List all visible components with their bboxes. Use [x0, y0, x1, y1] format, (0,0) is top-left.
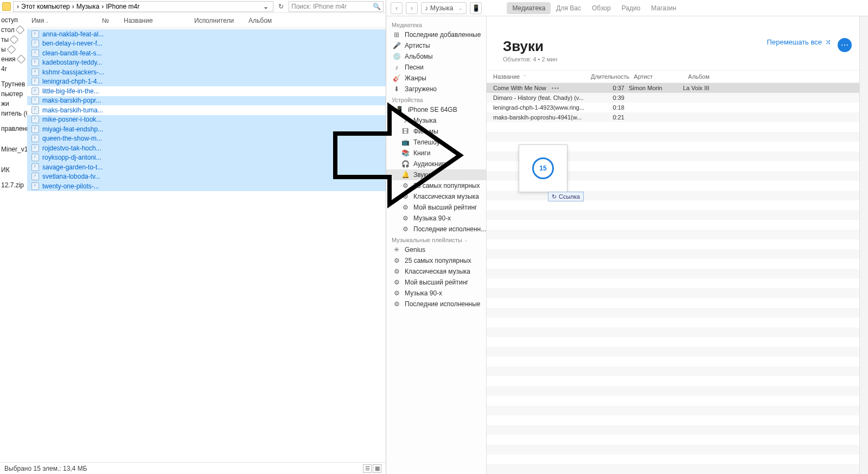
sidebar-item[interactable]: ⚙Музыка 90-х [386, 288, 486, 299]
file-row[interactable]: kshmr-bassjackers-... [27, 67, 386, 77]
track-row[interactable]: maks-barskih-poproshu-4941(w...0:21 [487, 112, 868, 122]
track-list[interactable]: Come With Me Now•••0:37Simon MorinLa Voi… [487, 83, 868, 474]
more-button[interactable]: ⋯ [838, 38, 852, 52]
file-name[interactable]: svetlana-loboda-tv... [42, 173, 100, 180]
sidebar-item[interactable]: ✳Genius [386, 244, 486, 255]
file-row[interactable]: twenty-one-pilots-... [27, 181, 386, 191]
file-row[interactable]: miyagi-feat-endshp... [27, 124, 386, 134]
media-type-selector[interactable]: ♪ Музыка ⌄ [421, 2, 467, 14]
chevron-down-icon[interactable]: ⌄ [261, 3, 271, 10]
tcol-duration[interactable]: Длительность [591, 73, 634, 80]
sidebar-item[interactable]: ♪Песни [386, 62, 486, 73]
tcol-album[interactable]: Альбом [688, 73, 861, 80]
sidebar-item[interactable]: 📚Книги [386, 148, 486, 159]
sidebar-item[interactable]: ⚙Классическая музыка [386, 191, 486, 202]
file-row[interactable]: maks-barskih-tuma... [27, 105, 386, 115]
nav-item[interactable]: Miner_v1. [0, 144, 27, 154]
track-row[interactable]: Dimaro - History (feat. Chady) (v...0:39 [487, 93, 868, 103]
col-artist[interactable]: Исполнители [190, 17, 244, 24]
file-name[interactable]: queen-the-show-m... [42, 135, 102, 142]
col-title[interactable]: Название [119, 17, 190, 24]
sidebar-item[interactable]: 🎞Фильмы [386, 126, 486, 137]
sidebar-item[interactable]: ⚙Мой высший рейтинг [386, 202, 486, 213]
back-button[interactable]: ‹ [391, 2, 403, 14]
file-name[interactable]: kadebostany-teddy... [42, 59, 103, 66]
search-input[interactable]: Поиск: IPhone m4r 🔍 [289, 1, 384, 12]
sidebar-item[interactable]: 🎤Артисты [386, 40, 486, 51]
file-row[interactable]: clean-bandit-feat-s... [27, 48, 386, 58]
file-row[interactable]: queen-the-show-m... [27, 134, 386, 144]
col-name[interactable]: Имя⌄ [27, 17, 98, 24]
file-name[interactable]: royksopp-dj-antoni... [42, 154, 101, 161]
tab-медиатека[interactable]: Медиатека [507, 2, 551, 14]
file-name[interactable]: leningrad-chph-1-4... [42, 78, 103, 85]
sidebar-item[interactable]: ⬇Загружено [386, 84, 486, 94]
file-row[interactable]: mike-posner-i-took... [27, 115, 386, 125]
tab-для вас[interactable]: Для Вас [551, 2, 586, 14]
file-name[interactable]: anna-naklab-feat-al... [42, 30, 104, 38]
view-details-button[interactable]: ☰ [363, 464, 372, 473]
sidebar-item[interactable]: ⚙Последние исполненн... [386, 224, 486, 235]
breadcrumb-part[interactable]: IPhone m4r [106, 3, 139, 10]
triangle-icon[interactable]: ▼ [388, 108, 393, 112]
track-more-icon[interactable]: ••• [550, 85, 562, 91]
nav-item[interactable]: ы [0, 45, 27, 54]
file-name[interactable]: savage-garden-to-t... [42, 163, 103, 171]
file-name[interactable]: rojdestvo-tak-hoch... [42, 144, 101, 152]
sidebar-item[interactable]: ⚙Музыка 90-х [386, 213, 486, 224]
refresh-button[interactable]: ↻ [276, 1, 286, 12]
file-row[interactable]: little-big-life-in-the... [27, 86, 386, 96]
sidebar-item[interactable]: 📺Телешоу [386, 137, 486, 148]
forward-button[interactable]: › [406, 2, 418, 14]
file-row[interactable]: royksopp-dj-antoni... [27, 153, 386, 163]
track-row[interactable]: leningrad-chph-1-4923(www.ring...0:18 [487, 103, 868, 112]
sidebar-item[interactable]: 🎸Жанры [386, 73, 486, 84]
file-name[interactable]: twenty-one-pilots-... [42, 182, 99, 190]
file-row[interactable]: ben-delay-i-never-f... [27, 39, 386, 49]
file-name[interactable]: little-big-life-in-the... [42, 87, 99, 95]
nav-item[interactable]: оступ [0, 15, 27, 25]
track-columns[interactable]: Название⌃ Длительность Артист Альбом [487, 70, 868, 83]
sidebar-item[interactable]: 💿Альбомы [386, 51, 486, 62]
tab-магазин[interactable]: Магазин [646, 2, 681, 14]
nav-item[interactable]: пьютер [0, 89, 27, 99]
col-album[interactable]: Альбом [244, 17, 386, 24]
track-row[interactable]: Come With Me Now•••0:37Simon MorinLa Voi… [487, 83, 868, 93]
view-icons-button[interactable]: ▦ [373, 464, 381, 473]
file-name[interactable]: miyagi-feat-endshp... [42, 125, 103, 133]
file-row[interactable]: rojdestvo-tak-hoch... [27, 143, 386, 153]
breadcrumb-part[interactable]: Этот компьютер [21, 3, 70, 10]
nav-item[interactable]: жи [0, 99, 27, 109]
file-name[interactable]: mike-posner-i-took... [42, 116, 101, 123]
file-row[interactable]: leningrad-chph-1-4... [27, 77, 386, 87]
sidebar-item[interactable]: ⚙25 самых популярных [386, 180, 486, 191]
file-name[interactable]: clean-bandit-feat-s... [42, 49, 101, 57]
nav-item[interactable]: ИК [0, 165, 27, 175]
sidebar-item[interactable]: 🔔Звуки [386, 169, 486, 180]
address-bar[interactable]: › Этот компьютер › Музыка › IPhone m4r ⌄ [13, 1, 273, 12]
nav-item[interactable]: Трутнев [0, 79, 27, 89]
tcol-name[interactable]: Название⌃ [493, 73, 591, 80]
file-row[interactable]: kadebostany-teddy... [27, 58, 386, 68]
device-button[interactable]: 📱 [470, 2, 482, 14]
sidebar-item[interactable]: ⚙Классическая музыка [386, 266, 486, 277]
file-list[interactable]: anna-naklab-feat-al...ben-delay-i-never-… [27, 28, 386, 462]
file-name[interactable]: ben-delay-i-never-f... [42, 40, 103, 47]
itunes-sidebar[interactable]: Медиатека ⊞Последние добавленные🎤Артисты… [386, 16, 487, 474]
nav-item[interactable]: ты [0, 35, 27, 45]
nav-item[interactable]: стол [0, 25, 27, 35]
nav-item[interactable]: питель (С [0, 109, 27, 118]
col-no[interactable]: № [98, 17, 119, 24]
file-row[interactable]: savage-garden-to-t... [27, 162, 386, 172]
column-headers[interactable]: Имя⌄ № Название Исполнители Альбом [27, 13, 386, 28]
file-row[interactable]: svetlana-loboda-tv... [27, 172, 386, 182]
tab-обзор[interactable]: Обзор [586, 2, 616, 14]
file-row[interactable]: maks-barskih-popr... [27, 96, 386, 106]
sidebar-item[interactable]: 🎧Аудиокниги [386, 159, 486, 169]
sidebar-item[interactable]: ⚙Мой высший рейтинг [386, 277, 486, 288]
sidebar-item[interactable]: ⚙Последние исполненные [386, 299, 486, 309]
file-name[interactable]: maks-barskih-popr... [42, 97, 101, 104]
tab-радио[interactable]: Радио [616, 2, 646, 14]
nav-pane[interactable]: оступ стол ты ы ения 4r Трутнев пьютер ж… [0, 13, 27, 462]
file-name[interactable]: kshmr-bassjackers-... [42, 68, 104, 76]
